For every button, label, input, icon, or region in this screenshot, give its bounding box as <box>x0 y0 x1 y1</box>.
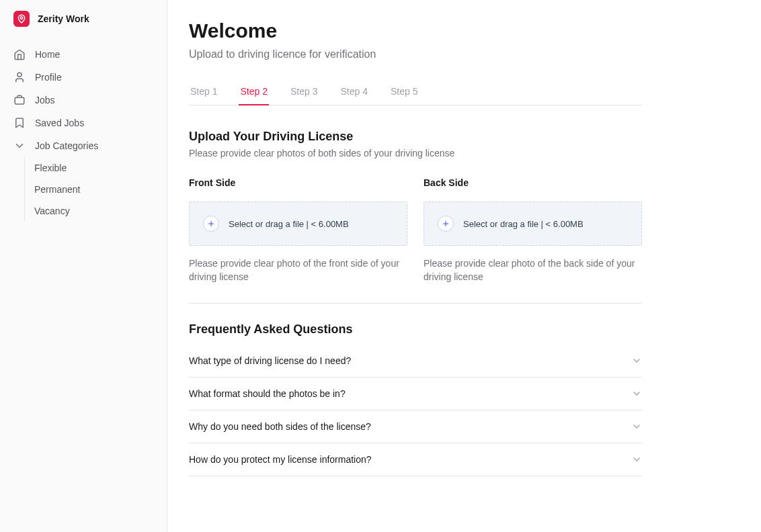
sidebar-item-jobs[interactable]: Jobs <box>7 89 160 112</box>
bookmark-icon <box>13 117 26 129</box>
upload-front-label: Front Side <box>189 177 407 188</box>
sidebar-item-label: Home <box>35 49 60 60</box>
chevron-down-icon <box>631 355 642 366</box>
step-tabs: Step 1 Step 2 Step 3 Step 4 Step 5 <box>189 79 642 105</box>
svg-rect-2 <box>15 97 24 104</box>
upload-back-col: Back Side Select or drag a file | < 6.00… <box>424 177 642 284</box>
dropzone-text: Select or drag a file | < 6.00MB <box>463 219 584 229</box>
sidebar-subitem-permanent[interactable]: Permanent <box>25 179 160 200</box>
chevron-down-icon <box>631 388 642 399</box>
upload-front-col: Front Side Select or drag a file | < 6.0… <box>189 177 407 284</box>
upload-front-dropzone[interactable]: Select or drag a file | < 6.00MB <box>189 202 407 246</box>
user-icon <box>13 71 26 83</box>
chevron-down-icon <box>13 140 26 152</box>
svg-point-1 <box>17 73 22 77</box>
chevron-down-icon <box>631 454 642 465</box>
sidebar-item-home[interactable]: Home <box>7 43 160 66</box>
upload-section-title: Upload Your Driving License <box>189 130 642 144</box>
upload-section-desc: Please provide clear photos of both side… <box>189 148 642 159</box>
upload-grid: Front Side Select or drag a file | < 6.0… <box>189 177 642 284</box>
sidebar-subitem-vacancy[interactable]: Vacancy <box>25 200 160 222</box>
upload-back-label: Back Side <box>424 177 642 188</box>
sidebar-subitem-label: Permanent <box>34 184 80 195</box>
tab-step-4[interactable]: Step 4 <box>339 79 368 105</box>
upload-front-hint: Please provide clear photo of the front … <box>189 257 407 284</box>
sidebar-subitem-flexible[interactable]: Flexible <box>25 157 160 179</box>
dropzone-text: Select or drag a file | < 6.00MB <box>229 219 349 229</box>
faq-item[interactable]: Why do you need both sides of the licens… <box>189 410 642 443</box>
sidebar-item-profile[interactable]: Profile <box>7 66 160 89</box>
divider <box>189 303 642 304</box>
sidebar-item-label: Saved Jobs <box>35 118 84 128</box>
faq-question: Why do you need both sides of the licens… <box>189 421 371 432</box>
faq-item[interactable]: What type of driving license do I need? <box>189 345 642 378</box>
brand-name: Zerity Work <box>38 13 89 24</box>
sidebar-item-label: Jobs <box>35 95 55 105</box>
sidebar: Zerity Work Home Profile Jobs <box>0 0 167 532</box>
home-icon <box>13 48 26 60</box>
tab-step-1[interactable]: Step 1 <box>189 79 218 105</box>
sidebar-item-label: Job Categories <box>35 140 98 151</box>
sidebar-item-job-categories[interactable]: Job Categories <box>7 134 160 157</box>
page-subtitle: Upload to driving licence for verificati… <box>189 48 642 60</box>
brand-logo-icon <box>13 11 30 27</box>
tab-step-2[interactable]: Step 2 <box>239 79 268 105</box>
svg-point-0 <box>20 17 23 19</box>
plus-circle-icon <box>203 216 219 232</box>
faq-item[interactable]: How do you protect my license informatio… <box>189 443 642 476</box>
upload-back-dropzone[interactable]: Select or drag a file | < 6.00MB <box>424 202 642 246</box>
sidebar-subitem-label: Flexible <box>34 163 67 173</box>
plus-circle-icon <box>438 216 454 232</box>
sidebar-subitem-label: Vacancy <box>34 206 70 216</box>
sidebar-item-label: Profile <box>35 72 62 83</box>
sidebar-item-saved-jobs[interactable]: Saved Jobs <box>7 112 160 134</box>
briefcase-icon <box>13 94 26 106</box>
sidebar-subnav: Flexible Permanent Vacancy <box>24 157 160 222</box>
faq-question: How do you protect my license informatio… <box>189 454 372 465</box>
page-title: Welcome <box>189 19 642 43</box>
faq-item[interactable]: What format should the photos be in? <box>189 378 642 410</box>
chevron-down-icon <box>631 421 642 432</box>
faq-title: Frequently Asked Questions <box>189 322 642 337</box>
sidebar-nav: Home Profile Jobs Saved Jobs <box>0 38 167 227</box>
brand-header[interactable]: Zerity Work <box>0 0 167 38</box>
faq-question: What format should the photos be in? <box>189 388 346 399</box>
tab-step-5[interactable]: Step 5 <box>389 79 419 105</box>
upload-back-hint: Please provide clear photo of the back s… <box>424 257 642 284</box>
tab-step-3[interactable]: Step 3 <box>289 79 319 105</box>
main-content: Welcome Upload to driving licence for ve… <box>167 0 761 532</box>
faq-question: What type of driving license do I need? <box>189 355 351 366</box>
